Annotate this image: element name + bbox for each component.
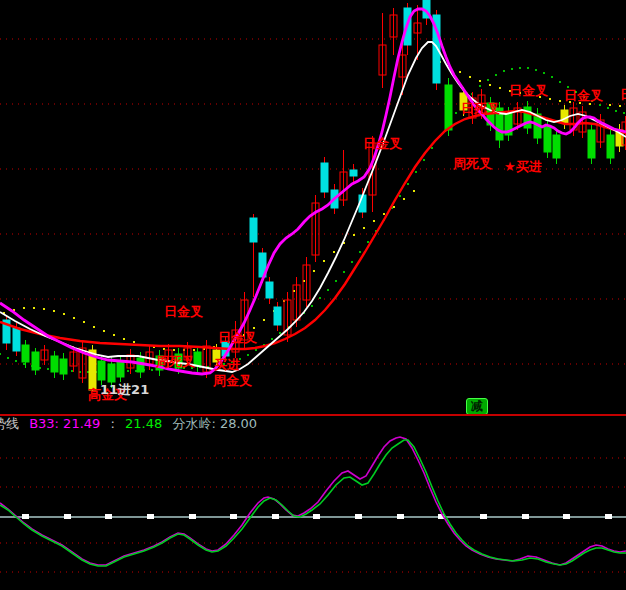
chart-canvas — [0, 0, 626, 590]
yellow-envelope-dot — [43, 308, 45, 310]
green-envelope-dot — [615, 110, 617, 112]
candle-body-yellow — [213, 350, 220, 362]
watershed-marker — [480, 514, 487, 519]
yellow-envelope-dot — [133, 341, 135, 343]
yellow-envelope-dot — [373, 220, 375, 222]
candle-body-green — [108, 364, 115, 382]
yellow-envelope-dot — [559, 100, 561, 102]
yellow-envelope-dot — [333, 251, 335, 253]
green-envelope-dot — [503, 70, 505, 72]
candle-body-green — [544, 126, 551, 152]
candle-body-cyan — [266, 282, 273, 298]
green-envelope-dot — [567, 86, 569, 88]
green-envelope-dot — [23, 363, 25, 365]
green-envelope-dot — [479, 85, 481, 87]
green-envelope-dot — [183, 367, 185, 369]
value-separator: : — [110, 417, 114, 431]
yellow-envelope-dot — [403, 198, 405, 200]
yellow-envelope-dot — [609, 104, 611, 106]
candle-body-green — [60, 359, 67, 374]
indicator-header: 势线 B33: 21.49 : 21.48 分水岭: 28.00 — [0, 417, 626, 432]
watershed-marker — [189, 514, 196, 519]
green-envelope-dot — [415, 171, 417, 173]
yellow-envelope-dot — [193, 349, 195, 351]
yellow-envelope-dot — [93, 326, 95, 328]
green-envelope-dot — [399, 195, 401, 197]
green-envelope-dot — [71, 370, 73, 372]
yellow-envelope-dot — [173, 349, 175, 351]
candle-body-green — [32, 352, 39, 370]
candle-body-cyan — [13, 328, 20, 351]
green-envelope-dot — [351, 261, 353, 263]
yellow-envelope-dot — [589, 103, 591, 105]
yellow-envelope-dot — [509, 90, 511, 92]
candle-body-cyan — [250, 218, 257, 242]
stock-chart-window: 日金叉日金叉周死叉买进周金叉高金叉11进21日金叉日死叉周死叉★买进日金叉日金叉… — [0, 0, 626, 590]
green-envelope-dot — [551, 76, 553, 78]
green-envelope-dot — [279, 332, 281, 334]
indicator-green-line — [0, 440, 626, 566]
green-envelope-dot — [359, 251, 361, 253]
watershed-marker — [22, 514, 29, 519]
yellow-envelope-dot — [313, 270, 315, 272]
candle-body-green — [51, 356, 58, 372]
watershed-marker — [105, 514, 112, 519]
yellow-envelope-dot — [579, 102, 581, 104]
candle-body-green — [553, 135, 560, 158]
candle-body-green — [607, 135, 614, 158]
yellow-envelope-dot — [363, 227, 365, 229]
green-envelope-dot — [559, 81, 561, 83]
yellow-envelope-dot — [459, 71, 461, 73]
yellow-envelope-dot — [53, 310, 55, 312]
green-envelope-dot — [623, 112, 625, 114]
green-envelope-dot — [247, 354, 249, 356]
green-envelope-dot — [191, 367, 193, 369]
green-envelope-dot — [407, 183, 409, 185]
ma-fast-magenta-line — [0, 9, 626, 374]
green-envelope-dot — [599, 104, 601, 106]
indicator-name: 势线 — [0, 417, 19, 431]
green-envelope-dot — [7, 357, 9, 359]
yellow-envelope-dot — [83, 321, 85, 323]
yellow-envelope-dot — [353, 234, 355, 236]
watershed-marker — [230, 514, 237, 519]
yellow-envelope-dot — [479, 80, 481, 82]
yellow-envelope-dot — [73, 317, 75, 319]
green-envelope-dot — [543, 72, 545, 74]
yellow-envelope-dot — [103, 330, 105, 332]
yellow-envelope-dot — [393, 206, 395, 208]
green-envelope-dot — [327, 289, 329, 291]
panel-divider — [0, 414, 626, 416]
green-envelope-dot — [495, 74, 497, 76]
b33-value: B33: 21.49 — [29, 417, 100, 431]
watershed-marker — [605, 514, 612, 519]
green-envelope-dot — [607, 107, 609, 109]
green-envelope-dot — [455, 112, 457, 114]
yellow-envelope-dot — [529, 94, 531, 96]
green-envelope-dot — [535, 69, 537, 71]
yellow-envelope-dot — [549, 98, 551, 100]
watershed-marker — [64, 514, 71, 519]
yellow-envelope-dot — [113, 334, 115, 336]
candle-body-green — [98, 361, 105, 380]
green-envelope-dot — [223, 363, 225, 365]
watershed-marker — [147, 514, 154, 519]
candle-body-cyan — [321, 163, 328, 192]
candle-body-yellow — [561, 110, 568, 123]
green-envelope-dot — [343, 271, 345, 273]
green-envelope-dot — [151, 369, 153, 371]
green-envelope-dot — [583, 96, 585, 98]
candle-body-yellow — [460, 93, 467, 110]
yellow-envelope-dot — [253, 327, 255, 329]
b33-second-value: 21.48 — [125, 417, 162, 431]
reduce-signal-badge: 减 — [466, 398, 488, 415]
yellow-envelope-dot — [23, 307, 25, 309]
green-envelope-dot — [231, 361, 233, 363]
green-envelope-dot — [519, 67, 521, 69]
candle-body-green — [22, 345, 29, 362]
green-envelope-dot — [319, 297, 321, 299]
candle-body-cyan — [274, 307, 281, 325]
watershed-marker — [313, 514, 320, 519]
yellow-envelope-dot — [539, 96, 541, 98]
watershed-marker — [355, 514, 362, 519]
